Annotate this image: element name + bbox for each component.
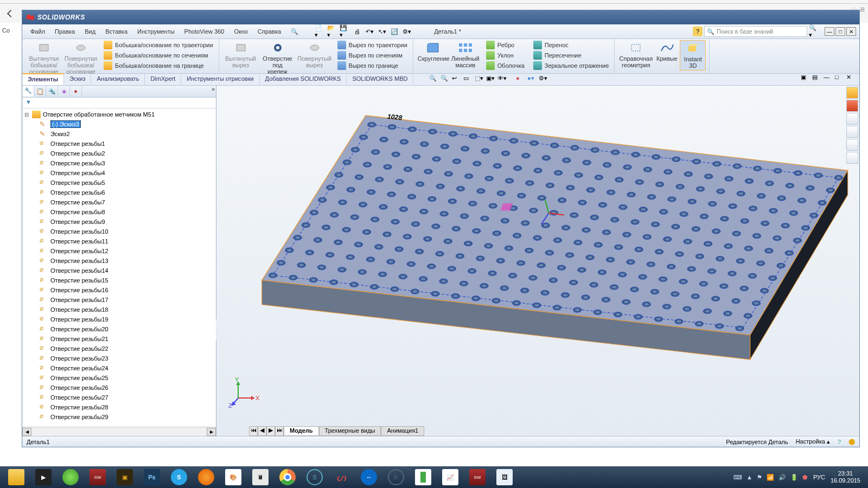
tree-hole-item[interactable]: Отверстие резьбы12 [22,246,216,256]
orientation-triad[interactable]: X Y Z [227,376,260,409]
draft-button[interactable]: Уклон [484,50,527,60]
tree-hole-item[interactable]: Отверстие резьбы4 [22,168,216,178]
section-view-icon[interactable]: ▭ [463,75,473,85]
tb-sw2015-1[interactable]: SW [86,468,110,486]
extrude-boss-button[interactable]: Вытянутаябобышка/основание [25,40,62,76]
previous-view-icon[interactable]: ↩ [452,75,462,85]
tb-media[interactable]: ▣ [113,468,137,486]
sw-resources-icon[interactable] [846,87,858,99]
tree-hole-item[interactable]: Отверстие резьбы27 [22,393,216,402]
tree-hole-item[interactable]: Отверстие резьбы14 [22,266,216,275]
config-tab-icon[interactable]: 🔩 [46,86,58,97]
tb-calc[interactable]: 🖩 [248,468,272,486]
tab-sketch[interactable]: Эскиз [64,74,91,85]
tree-hole-item[interactable]: Отверстие резьбы26 [22,383,216,393]
display-tab-icon[interactable]: ● [70,86,82,97]
hole-wizard-button[interactable]: Отверстиеподкрепеж [259,40,296,76]
model-view[interactable]: 1028 [244,91,854,433]
instant3d-button[interactable]: Instant3D [680,40,706,70]
tree-hole-item[interactable]: Отверстие резьбы28 [22,402,216,412]
tree-hole-item[interactable]: Отверстие резьбы10 [22,227,216,236]
tb-paint[interactable]: 🎨 [221,468,245,486]
tree-root-feature[interactable]: ⊟ Отверстие обработанное метчиком M51 [22,110,216,119]
fm-tab-icon[interactable]: 🔧 [22,86,34,97]
status-warn-icon[interactable]: ⬤ [848,438,855,445]
tray-volume-icon[interactable]: 🔊 [778,474,786,481]
sweep-cut-button[interactable]: Вырез по траектории [335,40,410,50]
menu-view[interactable]: Вид [80,27,100,36]
new-button[interactable]: 📄▾ [314,26,325,37]
tree-hole-item[interactable]: Отверстие резьбы2 [22,149,216,158]
tree-hole-item[interactable]: Отверстие резьбы8 [22,207,216,217]
vp-min-icon[interactable]: — [824,74,833,84]
tb-chart[interactable]: 📈 [438,468,462,486]
tb-image-viewer[interactable]: 🖼 [493,468,516,486]
tree-hole-item[interactable]: Отверстие резьбы1 [22,139,216,149]
reference-geometry-button[interactable]: Справочнаягеометрия [618,40,654,69]
view-palette-icon[interactable] [846,126,858,138]
wrap-button[interactable]: Перенос [531,40,611,50]
tab-dimxpert[interactable]: DimXpert [145,74,181,85]
rib-button[interactable]: Ребро [484,40,527,50]
fillet-button[interactable]: Скругление [417,40,449,63]
zoom-area-icon[interactable]: 🔍 [441,75,450,85]
tb-video[interactable]: ▶ [31,468,55,486]
vp-expand-icon[interactable]: ▣ [801,74,810,84]
menu-search-icon[interactable]: 🔍 [286,27,303,37]
tb-chrome[interactable] [276,468,299,486]
search-dropdown[interactable]: 🔍▾ [809,24,819,38]
menu-help[interactable]: Справка [253,27,286,36]
mirror-button[interactable]: Зеркальное отражение [531,61,611,70]
tree-hole-item[interactable]: Отверстие резьбы15 [22,275,216,285]
loft-cut-button[interactable]: Вырез по сечениям [335,50,410,60]
tab-render-tools[interactable]: Инструменты отрисовки [181,74,259,85]
menu-insert[interactable]: Вставка [100,27,132,36]
tray-keyboard-icon[interactable]: ⌨ [733,474,742,481]
view-orientation-icon[interactable]: ⬚▾ [475,75,484,85]
design-library-icon[interactable] [846,100,858,112]
zoom-fit-icon[interactable]: 🔍 [429,75,439,85]
maximize-button[interactable]: □ [835,27,845,36]
tree-sketch2[interactable]: ✎ Эскиз2 [22,129,216,139]
tb-red-s[interactable]: ᔕ [330,468,354,486]
dimxpert-tab-icon[interactable]: ◈ [58,86,70,97]
property-tab-icon[interactable]: 📋 [34,86,46,97]
tb-circle-k[interactable]: K [384,468,408,486]
close-button[interactable]: ✕ [846,27,856,36]
tree-hole-item[interactable]: Отверстие резьбы11 [22,236,216,246]
boundary-boss-button[interactable]: Бобышка/основание на границе [101,61,215,70]
intersect-button[interactable]: Пересечение [531,50,611,60]
feature-tree[interactable]: ⊟ Отверстие обработанное метчиком M51 ✎ … [22,108,216,427]
tab-model[interactable]: Модель [284,426,319,436]
tree-hole-item[interactable]: Отверстие резьбы20 [22,324,216,334]
tree-hole-item[interactable]: Отверстие резьбы16 [22,285,216,295]
tab-mbd[interactable]: SOLIDWORKS MBD [347,74,413,85]
save-button[interactable]: 💾▾ [339,26,350,37]
undo-button[interactable]: ↶▾ [364,26,375,37]
hscroll-bar[interactable]: ◀ ▶ [22,427,216,436]
status-setup[interactable]: Настройка ▴ [796,438,830,445]
tab-3dviews[interactable]: Трехмерные виды [319,426,381,436]
tree-hole-item[interactable]: Отверстие резьбы24 [22,363,216,373]
linear-pattern-button[interactable]: Линейныймассив [449,40,482,69]
tray-up-icon[interactable]: ▲ [746,474,752,481]
tray-battery-icon[interactable]: 🔋 [790,474,798,481]
shell-button[interactable]: Оболочка [484,61,527,70]
tb-explorer[interactable] [4,468,28,486]
appearances-icon[interactable] [846,139,858,151]
tree-hole-item[interactable]: Отверстие резьбы18 [22,305,216,314]
tray-flag-icon[interactable]: ⚑ [757,474,762,481]
tb-orange[interactable] [194,468,218,486]
scene-icon[interactable]: ●▾ [527,75,537,85]
tb-sw2015-2[interactable]: SW [465,468,489,486]
file-explorer-icon[interactable] [846,113,858,125]
extrude-cut-button[interactable]: Вытянутыйвырез [222,40,259,69]
tb-photoshop[interactable]: Ps [140,468,164,486]
help-bubble-icon[interactable]: ? [693,27,703,36]
hscroll-right[interactable]: ▶ [207,428,216,436]
vp-max-icon[interactable]: □ [835,74,845,84]
select-button[interactable]: ↖▾ [376,26,387,37]
vp-tab-first[interactable]: ⏮ [249,426,258,436]
boundary-cut-button[interactable]: Вырез по границе [335,61,410,70]
menu-icon[interactable]: ≡ [860,5,865,15]
